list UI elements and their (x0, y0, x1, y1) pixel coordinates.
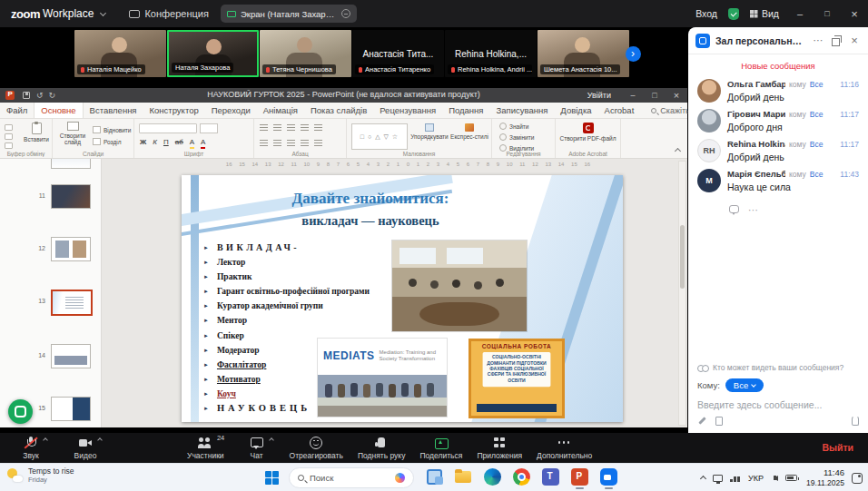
slide-thumbnail[interactable]: 11 (0, 184, 102, 209)
save-icon[interactable] (23, 92, 30, 99)
tab-file[interactable]: Файл (0, 103, 34, 118)
clock[interactable]: 11:46 19.11.2025 (806, 467, 844, 488)
next-participants-button[interactable] (626, 46, 641, 62)
participant-tile[interactable]: Rehina Holkina,... Rehina Holkina, Andri… (445, 30, 537, 77)
reply-icon[interactable] (729, 205, 739, 213)
quick-styles-button[interactable]: Експрес-стилі (449, 123, 490, 140)
redo-icon[interactable] (49, 91, 56, 100)
strikethrough-button[interactable]: аб (175, 138, 183, 147)
chat-more-options-icon[interactable] (812, 34, 824, 47)
replace-button[interactable]: Замінити (499, 133, 555, 141)
align-right-icon[interactable] (287, 140, 295, 147)
tab-transitions[interactable]: Переходи (205, 103, 257, 118)
new-slide-button[interactable]: Створити слайд (55, 122, 90, 146)
chat-button[interactable]: Чат (239, 437, 275, 460)
sign-in-link[interactable]: Вход (695, 8, 717, 19)
bold-button[interactable]: Ж (140, 138, 146, 147)
indent-increase-icon[interactable] (301, 124, 309, 132)
tab-slideshow[interactable]: Показ слайдів (304, 103, 373, 118)
audio-options-chevron[interactable] (43, 437, 48, 443)
powerpoint-taskbar-icon[interactable] (570, 467, 589, 486)
taskbar-search[interactable]: Поиск (289, 467, 414, 488)
raise-hand-button[interactable]: Поднять руку (358, 437, 406, 460)
font-size-select[interactable] (200, 123, 218, 133)
tab-design[interactable]: Конструктор (143, 103, 205, 118)
line-spacing-icon[interactable] (314, 124, 322, 132)
participant-tile-speaking[interactable]: Наталя Захарова (167, 30, 259, 77)
chat-options-chevron[interactable] (269, 437, 274, 443)
participants-button[interactable]: 24 Участники (187, 437, 224, 460)
indent-decrease-icon[interactable] (287, 124, 295, 132)
close-button[interactable] (841, 0, 868, 27)
ppt-minimize-button[interactable] (622, 88, 644, 103)
font-name-select[interactable] (139, 123, 197, 133)
language-indicator[interactable]: УКР (748, 474, 764, 483)
participant-tile[interactable]: Тетяна Чернишова (260, 30, 351, 77)
edge-icon[interactable] (483, 467, 502, 486)
more-button[interactable]: Дополнительно (537, 437, 592, 460)
file-icon[interactable] (715, 417, 723, 426)
ppt-close-button[interactable] (666, 88, 687, 103)
teams-icon[interactable] (541, 467, 560, 486)
tab-home[interactable]: Основне (34, 103, 83, 118)
participant-tile[interactable]: Шемета Анастасія 10... (538, 30, 629, 77)
numbered-list-icon[interactable] (273, 124, 281, 132)
chrome-icon[interactable] (512, 467, 531, 486)
highlight-color-button[interactable]: А (190, 138, 194, 149)
create-pdf-button[interactable]: Створити PDF-файл (556, 123, 620, 142)
participant-tile[interactable]: Анастасія Тита... Анастасія Титаренко (352, 30, 444, 77)
message-input[interactable] (697, 399, 859, 410)
cut-icon[interactable] (5, 124, 13, 131)
ppt-titlebar[interactable]: НАУКОВИЙ ГУРТОК 2025 - PowerPoint (не вд… (0, 88, 687, 103)
chat-message[interactable]: RH Rehina Holkina... кому Все 11:17 Добр… (688, 133, 868, 162)
chat-close-icon[interactable] (848, 34, 861, 47)
slide-canvas[interactable]: Давайте знайомитися: викладач — науковец… (182, 175, 623, 422)
tab-help[interactable]: Довідка (554, 103, 597, 118)
tab-review[interactable]: Рецензування (373, 103, 442, 118)
weather-widget[interactable]: Temps to rise Friday (7, 466, 74, 484)
chat-message[interactable]: Гірович Мари... кому Все 11:17 Доброго д… (688, 103, 868, 133)
shapes-gallery[interactable] (351, 123, 408, 150)
chat-popout-icon[interactable] (830, 34, 843, 47)
minimize-button[interactable] (786, 0, 814, 27)
message-more-icon[interactable] (748, 201, 758, 217)
video-options-chevron[interactable] (97, 437, 103, 443)
format-painter-icon[interactable] (5, 142, 13, 149)
underline-button[interactable]: П (163, 138, 169, 147)
volume-icon[interactable] (774, 476, 778, 481)
section-button[interactable]: Розділ (93, 138, 131, 145)
zoom-taskbar-icon[interactable] (599, 467, 618, 486)
video-button[interactable]: Видео (67, 437, 104, 460)
network-icon[interactable] (730, 475, 741, 482)
zoom-logo[interactable]: zoom Workplace (0, 7, 105, 21)
shared-screen-pill[interactable]: Экран (Наталя Захарова) (221, 5, 357, 23)
tab-acrobat[interactable]: Acrobat (598, 103, 641, 118)
scrollbar-thumb[interactable] (680, 225, 685, 289)
reset-button[interactable]: Відновити (93, 126, 131, 133)
ppt-maximize-button[interactable] (644, 88, 666, 103)
slide-thumbnail-selected[interactable]: 13 (0, 290, 102, 316)
tab-view[interactable]: Подання (442, 103, 489, 118)
file-explorer-icon[interactable] (454, 467, 473, 486)
task-view-icon[interactable] (425, 467, 444, 486)
find-button[interactable]: Знайти (499, 123, 555, 130)
columns-icon[interactable] (314, 140, 322, 147)
audio-button[interactable]: Звук (13, 437, 49, 460)
start-button[interactable] (265, 471, 279, 485)
font-color-button[interactable]: А (201, 138, 205, 149)
chat-message[interactable]: М Марія Єпельба... кому Все 11:43 Наука … (688, 162, 868, 192)
apps-button[interactable]: Приложения (477, 437, 522, 460)
leave-button[interactable]: Выйти (822, 442, 853, 453)
recipient-select[interactable]: Все (725, 378, 764, 392)
undo-icon[interactable] (36, 91, 44, 100)
slide-scrollbar[interactable] (678, 161, 686, 426)
participant-tile[interactable]: Наталія Мацейко (74, 30, 166, 77)
bullet-list-icon[interactable] (260, 124, 268, 132)
format-icon[interactable] (697, 417, 706, 426)
chat-message[interactable]: Ольга Гамбар... кому Все 11:16 Добрий де… (688, 73, 868, 103)
tab-insert[interactable]: Вставлення (84, 103, 143, 118)
display-icon[interactable] (713, 475, 723, 482)
maximize-button[interactable] (814, 0, 841, 27)
paste-button[interactable]: Вставити (24, 123, 49, 142)
copy-icon[interactable] (5, 133, 13, 140)
